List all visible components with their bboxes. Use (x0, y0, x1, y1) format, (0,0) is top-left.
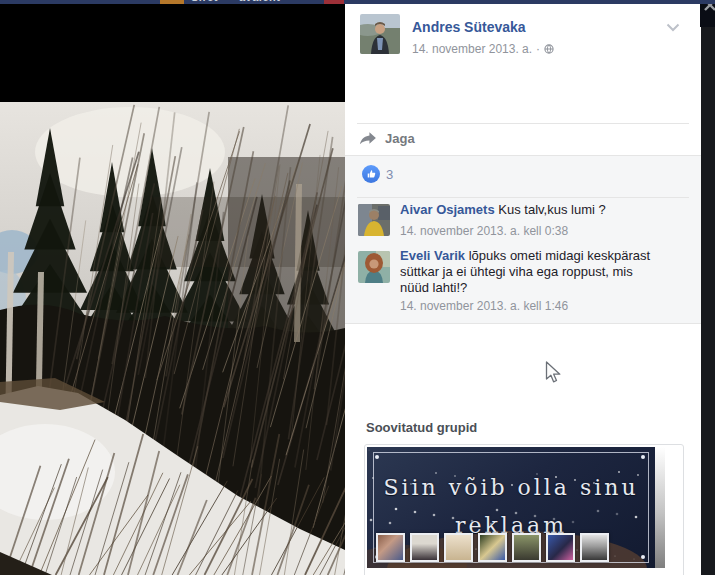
browser-topbar-sliver: Siret avaleht (0, 0, 715, 4)
avatar-image (358, 204, 390, 236)
comment-author-avatar[interactable] (358, 204, 390, 236)
group-member-avatar (580, 533, 609, 562)
avatar-image (358, 251, 390, 283)
suggested-groups-title: Soovitatud grupid (366, 420, 477, 435)
topbar-text-fragment: avaleht (239, 0, 280, 3)
group-member-avatar (512, 533, 541, 562)
share-button[interactable]: Jaga (359, 128, 415, 148)
comment-text: Kus talv,kus lumi ? (498, 202, 605, 217)
group-member-avatars (376, 533, 609, 562)
group-cover-image: Siin võib olla sinu reklaam (367, 447, 655, 568)
comment-timestamp[interactable]: 14. november 2013. a. kell 1:46 (400, 299, 568, 313)
thumbs-up-icon[interactable] (362, 165, 380, 183)
divider (357, 197, 689, 198)
theater-background-strip (701, 0, 715, 575)
globe-icon (544, 44, 554, 54)
mouse-cursor (545, 361, 562, 384)
suggested-group-card[interactable]: Siin võib olla sinu reklaam (364, 444, 684, 575)
facebook-photo-theater: Siret avaleht (0, 0, 715, 575)
chevron-down-icon[interactable] (666, 23, 680, 32)
thumb-glyph (366, 169, 377, 180)
cover-fade-edge (655, 447, 665, 568)
comment-author-avatar[interactable] (358, 251, 390, 283)
post-author-avatar[interactable] (360, 14, 400, 54)
topbar-avatar-fragment (160, 0, 184, 4)
feedback-section: 3 Aivar Osjamets Kus talv,kus lumi ? 14.… (345, 155, 701, 324)
avatar-image (360, 14, 400, 54)
post-timestamp[interactable]: 14. november 2013. a. · (412, 42, 554, 56)
comment-author-name[interactable]: Eveli Varik (400, 248, 465, 263)
group-member-avatar (410, 533, 439, 562)
photo-comment-panel: Andres Sütevaka 14. november 2013. a. · … (345, 0, 701, 575)
comment-body: Eveli Varik lõpuks ometi midagi keskpära… (400, 248, 652, 296)
topbar-text-fragment: Siret (191, 0, 218, 3)
comment-author-name[interactable]: Aivar Osjamets (400, 202, 495, 217)
group-member-avatar (444, 533, 473, 562)
group-member-avatar (478, 533, 507, 562)
comment-body: Aivar Osjamets Kus talv,kus lumi ? (400, 202, 652, 218)
theater-close-area[interactable] (700, 0, 715, 27)
share-label: Jaga (385, 131, 415, 146)
ad-title-line1: Siin võib olla sinu (367, 475, 655, 500)
post-author-name[interactable]: Andres Sütevaka (412, 19, 526, 35)
theater-letterbox (0, 4, 345, 102)
photo-winter-forest[interactable] (0, 102, 345, 575)
like-count[interactable]: 3 (386, 167, 393, 182)
divider (357, 123, 689, 124)
share-arrow-icon (359, 131, 377, 146)
topbar-notification-fragment (324, 0, 344, 4)
group-member-avatar (376, 533, 405, 562)
group-member-avatar (546, 533, 575, 562)
comment-timestamp[interactable]: 14. november 2013. a. kell 0:38 (400, 224, 568, 238)
